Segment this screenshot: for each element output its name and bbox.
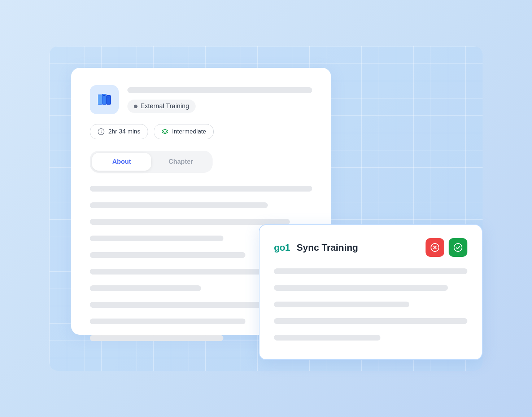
content-line [90,202,268,208]
check-icon [453,243,463,252]
content-line [90,319,245,324]
content-line [90,186,312,192]
svg-rect-8 [107,97,109,97]
sync-title-area: go1 Sync Training [274,242,358,253]
content-line [90,335,223,341]
tab-chapter[interactable]: Chapter [151,153,210,171]
tabs-row: About Chapter [90,151,213,173]
external-training-badge: External Training [127,100,196,113]
badge-dot [134,105,138,108]
title-placeholder [127,87,312,93]
card-header: External Training [90,85,312,114]
content-line [90,269,268,275]
tab-about[interactable]: About [92,153,151,171]
books-icon [96,91,113,108]
book-icon-wrapper [90,85,119,114]
scene: External Training 2hr 34 mins Intermed [49,46,483,371]
content-line [90,285,201,291]
sync-content-line [274,285,448,291]
content-line [90,252,245,258]
sync-content-line [274,335,380,341]
content-line [90,236,223,241]
svg-rect-2 [99,96,101,96]
layers-icon [161,128,169,135]
sync-training-card: go1 Sync Training [259,224,483,360]
go1-logo: go1 [274,242,290,253]
x-icon [430,243,440,252]
sync-content-line [274,302,409,307]
duration-pill: 2hr 34 mins [90,124,148,139]
reject-button[interactable] [426,238,444,257]
sync-content-line [274,268,467,274]
level-pill: Intermediate [154,124,214,139]
clock-icon [97,128,105,135]
accept-button[interactable] [449,238,467,257]
svg-rect-5 [103,95,105,96]
sync-content-line [274,318,467,324]
meta-row: 2hr 34 mins Intermediate [90,124,312,139]
sync-training-title: Sync Training [297,242,358,253]
card-header-right: External Training [127,85,312,113]
content-line [90,219,290,225]
svg-point-11 [454,243,462,251]
sync-card-actions [426,238,467,257]
duration-label: 2hr 34 mins [108,128,140,135]
level-label: Intermediate [172,128,206,135]
sync-card-header: go1 Sync Training [274,238,467,257]
sync-content-placeholder-lines [274,268,467,346]
external-training-label: External Training [140,102,189,110]
